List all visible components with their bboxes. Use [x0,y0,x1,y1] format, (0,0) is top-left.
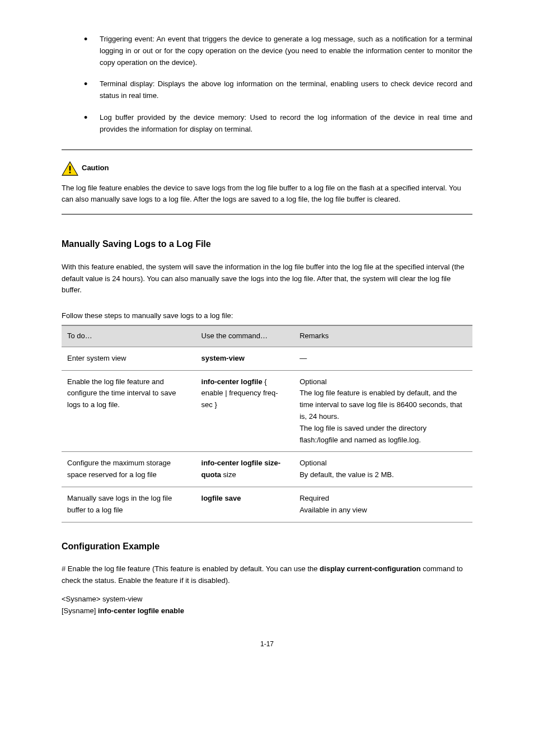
bullet-item: Log buffer provided by the device memory… [84,112,472,136]
cell-remarks: Required Available in any view [294,487,472,522]
section-heading: Manually Saving Logs to a Log File [62,237,472,251]
example-line1: # Enable the log file feature (This feat… [62,563,472,587]
caution-callout: Caution The log file feature enables the… [62,150,472,215]
config-steps-table: To do… Use the command… Remarks Enter sy… [62,325,472,522]
cell-remarks: — [294,347,472,370]
section-description: With this feature enabled, the system wi… [62,262,472,296]
warning-icon [62,161,78,176]
cell-todo: Configure the maximum storage space rese… [62,452,196,487]
code-command: info-center logfile enable [98,606,184,615]
col-command: Use the command… [196,325,294,347]
svg-rect-2 [69,171,71,173]
col-todo: To do… [62,325,196,347]
table-header-row: To do… Use the command… Remarks [62,325,472,347]
example-heading: Configuration Example [62,539,472,554]
cell-command: info-center logfile size-quota size [196,452,294,487]
bullet-item: Terminal display: Displays the above log… [84,78,472,102]
caution-text: The log file feature enables the device … [62,183,472,206]
cell-todo: Enter system view [62,347,196,370]
col-remarks: Remarks [294,325,472,347]
cell-command: system-view [196,347,294,370]
table-row: Enable the log file feature and configur… [62,370,472,452]
example-code1: <Sysname> system-view [Sysname] info-cen… [62,594,472,617]
cell-remarks: Optional The log file feature is enabled… [294,370,472,452]
cell-todo: Manually save logs in the log file buffe… [62,487,196,522]
caution-label: Caution [82,162,109,174]
table-row: Configure the maximum storage space rese… [62,452,472,487]
table-row: Enter system viewsystem-view— [62,347,472,370]
bullet-list: Triggering event: An event that triggers… [84,34,472,136]
cell-command: logfile save [196,487,294,522]
page-number: 1-17 [62,639,472,650]
svg-rect-1 [69,166,71,170]
cell-todo: Enable the log file feature and configur… [62,370,196,452]
cell-remarks: Optional By default, the value is 2 MB. [294,452,472,487]
table-caption: Follow these steps to manually save logs… [62,310,472,322]
example-line1-prefix: # Enable the log file feature (This feat… [62,564,320,573]
bullet-item: Triggering event: An event that triggers… [84,34,472,68]
example-line1-bold: display current-configuration [320,564,421,573]
cell-command: info-center logfile { enable | frequency… [196,370,294,452]
table-row: Manually save logs in the log file buffe… [62,487,472,522]
caution-header: Caution [62,161,472,176]
